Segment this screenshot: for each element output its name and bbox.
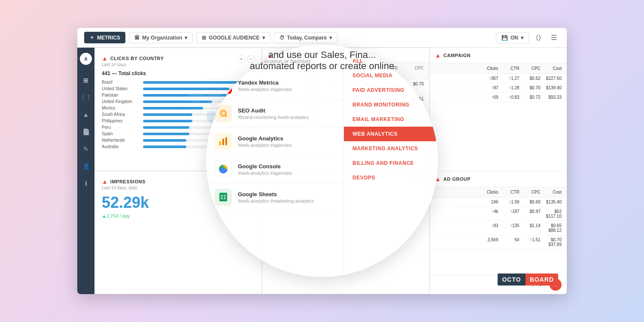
rth-clicks: Clicks	[477, 66, 498, 71]
th-cpc: CPC	[398, 66, 424, 70]
country-name: Netherlands	[102, 138, 140, 143]
right-section-top-header: ▲ CAMPAIGN	[430, 48, 567, 64]
app-search-circle[interactable]: quick search for application or hashtag …	[206, 45, 438, 277]
svg-rect-6	[225, 137, 227, 145]
rcell-cpc: $0.62	[519, 76, 541, 81]
audience-icon: ⊞	[202, 35, 206, 41]
country-name: United Kingdom	[102, 99, 140, 104]
right-bottom-rows: 196 ↑1.59 $0.69 $135.40 ↑4k ↑187 $0.97 $…	[430, 197, 567, 249]
rcell-ctr: ↑1.28	[498, 85, 519, 90]
panel-logo-icon: ▲	[102, 55, 108, 62]
topbar-right: 💾 ON ▾ ⟨⟩ ☰	[496, 32, 560, 44]
right-table-row: 196 ↑1.59 $0.69 $135.40	[430, 197, 567, 207]
rbcell-label	[435, 200, 477, 204]
rcell-cpc: $0.72	[519, 95, 541, 100]
metrics-button[interactable]: ＋ METRICS	[84, 32, 125, 43]
org-chevron: ▾	[185, 35, 187, 41]
app-list-item[interactable]: Google Console #web-analytics #agencies	[206, 155, 343, 183]
sidebar-icon-info[interactable]: ℹ	[81, 178, 91, 188]
country-name: Spain	[102, 131, 140, 136]
category-item[interactable]: DEVOPS	[344, 170, 438, 185]
clicks-title-row: ▲ CLICKS BY COUNTRY	[102, 55, 164, 62]
rcell-cost: $227.50	[541, 76, 562, 81]
rcell-label	[435, 95, 477, 100]
main-container: ＋ METRICS 🏛 My Organization ▾ ⊞ GOOGLE A…	[77, 28, 567, 294]
audience-button[interactable]: ⊞ GOOGLE AUDIENCE ▾	[196, 32, 270, 43]
category-item[interactable]: BILLING AND FINANCE	[344, 156, 438, 170]
rbcell-label	[435, 209, 477, 219]
rcell-ctr: ↑1.27	[498, 76, 519, 81]
on-chevron: ▾	[521, 35, 523, 41]
rth-ctr: CTR	[498, 66, 519, 71]
rbcell-clicks: ↑4k	[477, 209, 498, 219]
app-list-item[interactable]: SEO Audit #brand-monitoring #web-analyti…	[206, 100, 343, 128]
right-top-table-header: Clicks CTR CPC Cost	[430, 64, 567, 74]
sidebar-icon-file[interactable]: 📄	[81, 127, 91, 137]
app-name: SEO Audit	[238, 107, 335, 114]
sidebar-icon-user[interactable]: 👤	[81, 161, 91, 171]
rbh-cpc: CPC	[519, 190, 541, 194]
impressions-title: IMPRESSIONS	[110, 179, 146, 184]
rbcell-ctr: ↑1.59	[498, 200, 519, 204]
audience-chevron: ▾	[262, 35, 265, 41]
rbcell-clicks: ↑83	[477, 223, 498, 233]
rth-cost: Cost	[541, 66, 562, 71]
menu-button[interactable]: ☰	[548, 32, 560, 44]
app-list-item[interactable]: Google Analytics #web-analytics #agencie…	[206, 128, 343, 155]
clicks-panel-title: CLICKS BY COUNTRY	[110, 56, 164, 61]
impressions-title-group: ▲ IMPRESSIONS Last 14 days, daily	[102, 178, 146, 190]
rcell-label	[435, 76, 477, 81]
rth-cpc: CPC	[519, 66, 541, 71]
svg-rect-4	[219, 141, 221, 145]
share-button[interactable]: ⟨⟩	[532, 32, 544, 44]
on-button[interactable]: 💾 ON ▾	[496, 32, 529, 43]
app-info: Google Console #web-analytics #agencies	[238, 163, 335, 176]
rbcell-clicks: 196	[477, 200, 498, 204]
rcell-cost: $50.33	[541, 95, 562, 100]
country-name: Peru	[102, 125, 140, 130]
right-section-top: ▲ CAMPAIGN Clicks CTR CPC Cost ↑367 ↑1.2…	[430, 48, 567, 171]
rth-label	[435, 66, 477, 71]
clock-icon: ⏱	[279, 35, 285, 41]
rbcell-ctr: ↑135	[498, 223, 519, 233]
rcell-ctr: ↑0.83	[498, 95, 519, 100]
country-name: Brazil	[102, 80, 140, 85]
rbcell-cost: $0.65 $88.12	[541, 223, 562, 233]
app-tags: #web-analytics #agencies	[238, 170, 335, 176]
clicks-panel-subtitle: Last 14 days	[102, 62, 164, 67]
right-bottom-table-header: Clicks CTR CPC Cost	[430, 187, 567, 197]
app-tags: #web-analytics #agencies	[238, 87, 335, 92]
date-button[interactable]: ⏱ Today, Compare ▾	[274, 32, 337, 43]
app-icon	[215, 161, 232, 178]
sidebar-icon-pen[interactable]: ✎	[81, 144, 91, 154]
sidebar-icon-grid[interactable]: ⊞	[81, 75, 91, 85]
metrics-label: METRICS	[97, 35, 120, 41]
app-tags: #brand-monitoring #web-analytics	[238, 115, 335, 120]
rbcell-cpc: $1.14	[519, 223, 541, 233]
category-item[interactable]: MARKETING ANALYTICS	[344, 141, 438, 156]
app-icon	[215, 133, 232, 150]
rbcell-cost: $135.40	[541, 200, 562, 204]
org-label: My Organization	[142, 35, 182, 41]
rbcell-clicks: 3,569	[477, 237, 498, 247]
date-label: Today, Compare	[287, 35, 327, 41]
rcell-clicks: ↑97	[477, 85, 498, 90]
country-name: United States	[102, 86, 140, 91]
svg-rect-9	[224, 195, 226, 196]
app-tags: #web-analytics #agencies	[238, 143, 335, 148]
org-button[interactable]: 🏛 My Organization ▾	[129, 32, 193, 43]
app-list-item[interactable]: Google Sheets #web-analytics #marketing-…	[206, 183, 343, 211]
category-item[interactable]: EMAIL MARKETING	[344, 112, 438, 127]
app-name: Google Console	[238, 163, 335, 170]
sidebar-icon-layers[interactable]: ⋮⋮	[81, 92, 91, 103]
rbcell-ctr: 54	[498, 237, 519, 247]
sidebar-icon-alert[interactable]: ▲	[81, 109, 91, 120]
app-info: Google Sheets #web-analytics #marketing-…	[238, 191, 335, 204]
svg-rect-10	[221, 197, 223, 197]
rcell-cost: $139.40	[541, 85, 562, 90]
category-item[interactable]: WEB ANALYTICS	[344, 127, 438, 141]
svg-rect-5	[222, 139, 224, 145]
rbcell-cost: $62 $117.10	[541, 209, 562, 219]
audience-label: GOOGLE AUDIENCE	[209, 35, 259, 41]
right-table-row: ↑4k ↑187 $0.97 $62 $117.10	[430, 207, 567, 221]
